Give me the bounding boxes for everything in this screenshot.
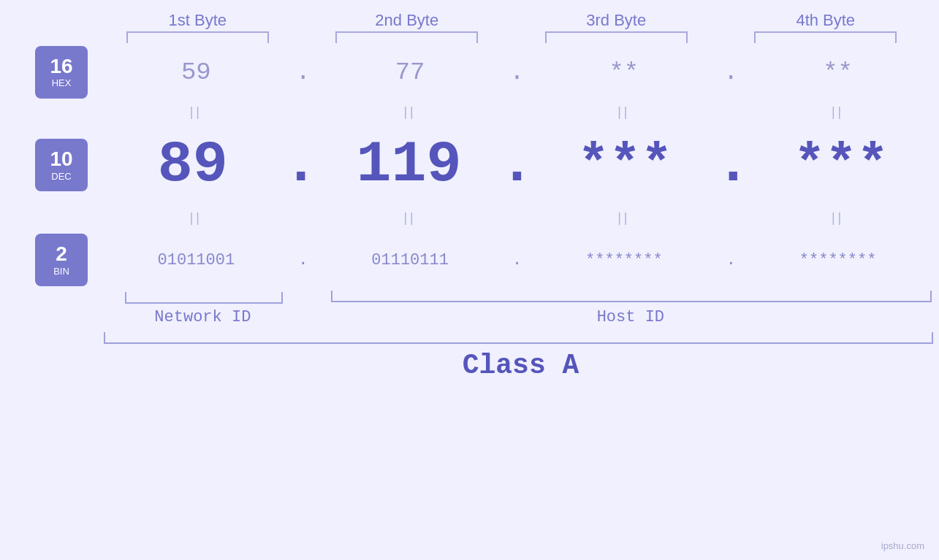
host-bracket (331, 291, 932, 302)
hex-b2: 77 (316, 58, 504, 86)
bin-b3: ******** (531, 251, 718, 269)
watermark: ipshu.com (881, 540, 924, 551)
eq2-b2: || (316, 210, 504, 226)
bin-b4: ******** (744, 251, 932, 269)
eq1-b1: || (102, 104, 290, 120)
bin-d1: . (290, 251, 316, 269)
class-label: Class A (102, 350, 939, 381)
hex-d1: . (290, 58, 316, 86)
class-bracket-wrapper (102, 332, 939, 345)
host-id-label: Host ID (330, 308, 932, 326)
hex-d3: . (718, 58, 744, 86)
dec-b1: 89 (102, 136, 284, 194)
eq2-b4: || (744, 210, 932, 226)
dec-badge-label: DEC (51, 171, 71, 182)
bin-b2: 01110111 (316, 251, 504, 269)
hex-b1: 59 (102, 58, 290, 86)
dec-b3: *** (535, 139, 716, 191)
byte4-header: 4th Byte (734, 11, 918, 30)
bin-row: 01011001 . 01110111 . ******** . *******… (102, 231, 939, 289)
dec-d3: . (715, 136, 750, 194)
hex-badge-number: 16 (50, 55, 72, 78)
byte1-header: 1st Byte (106, 11, 289, 30)
page: 1st Byte 2nd Byte 3rd Byte 4th Byte (0, 0, 939, 560)
bracket-byte1 (106, 31, 289, 45)
hex-badge-label: HEX (52, 77, 72, 88)
eq-row-1: || || || || (102, 99, 939, 125)
bin-badge: 2 BIN (35, 234, 88, 286)
eq1-b2: || (316, 104, 504, 120)
dec-badge-number: 10 (50, 148, 72, 171)
dec-badge: 10 DEC (35, 139, 88, 191)
hex-badge: 16 HEX (35, 46, 88, 99)
dec-d1: . (284, 136, 319, 194)
bracket-byte4 (734, 31, 918, 45)
bracket-byte2 (316, 31, 499, 45)
id-labels: Network ID Host ID (102, 308, 939, 326)
byte3-header: 3rd Byte (525, 11, 708, 30)
bin-d3: . (718, 251, 744, 269)
eq1-b4: || (744, 104, 932, 120)
bin-b1: 01011001 (102, 251, 290, 269)
hex-row: 59 . 77 . ** . ** (102, 45, 939, 99)
eq2-b3: || (531, 210, 718, 226)
eq1-b3: || (531, 104, 718, 120)
dec-b4: *** (750, 139, 932, 191)
hex-d2: . (504, 58, 531, 86)
dec-b2: 119 (319, 136, 500, 194)
network-bracket (125, 292, 283, 304)
byte2-header: 2nd Byte (316, 11, 499, 30)
bin-badge-number: 2 (56, 243, 67, 266)
eq2-b1: || (102, 210, 290, 226)
dec-badge-wrapper: 10 DEC (35, 125, 88, 205)
bin-badge-wrapper: 2 BIN (35, 231, 88, 289)
dec-row: 89 . 119 . *** . *** (102, 125, 939, 205)
hex-b3: ** (531, 58, 718, 86)
hex-b4: ** (744, 58, 932, 86)
network-id-label: Network ID (102, 308, 303, 326)
bracket-byte3 (525, 31, 708, 45)
class-bracket (104, 332, 933, 344)
bin-d2: . (504, 251, 531, 269)
bottom-brackets (102, 291, 939, 304)
dec-d2: . (499, 136, 534, 194)
eq-row-2: || || || || (102, 205, 939, 231)
bin-badge-label: BIN (53, 266, 69, 277)
hex-badge-wrapper: 16 HEX (35, 45, 88, 99)
